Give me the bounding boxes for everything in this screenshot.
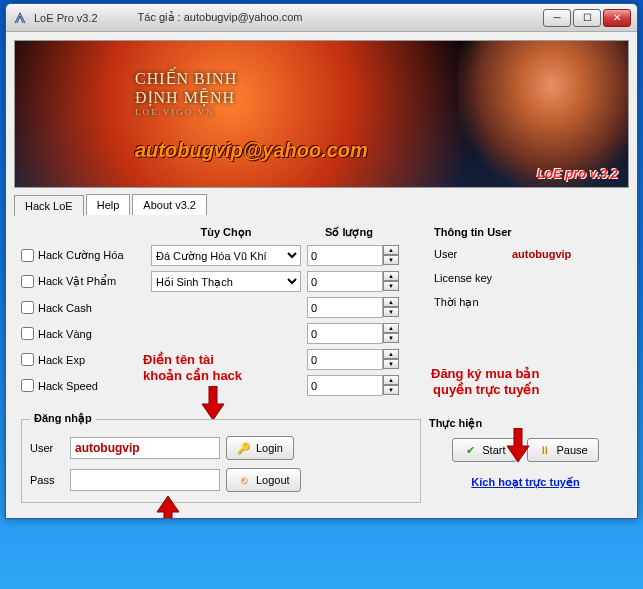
pause-icon: ⏸ bbox=[538, 443, 552, 457]
select-cuong-hoa[interactable]: Đá Cường Hóa Vũ Khí bbox=[151, 245, 301, 266]
tab-about[interactable]: About v3.2 bbox=[132, 194, 207, 215]
check-icon: ✔ bbox=[463, 443, 477, 457]
select-vat-pham[interactable]: Hồi Sinh Thạch bbox=[151, 271, 301, 292]
chk-exp[interactable] bbox=[21, 353, 34, 366]
logout-button[interactable]: ⎋ Logout bbox=[226, 468, 301, 492]
arrow-down-icon bbox=[200, 386, 226, 420]
banner-email: autobugvip@yahoo.com bbox=[135, 139, 368, 162]
tab-help[interactable]: Help bbox=[86, 194, 131, 215]
arrow-up-icon bbox=[155, 496, 181, 519]
app-icon bbox=[12, 10, 28, 26]
header-options: Tùy Chọn bbox=[151, 226, 301, 239]
tab-panel: Tùy Chọn Số lượng Hack Cường Hóa Đá Cườn… bbox=[14, 215, 629, 510]
login-button[interactable]: 🔑 Login bbox=[226, 436, 294, 460]
spin-down-icon[interactable]: ▼ bbox=[383, 255, 399, 265]
spin-up-icon[interactable]: ▲ bbox=[383, 245, 399, 255]
row-vat-pham: Hack Vật Phẩm Hồi Sinh Thạch ▲▼ bbox=[21, 271, 421, 292]
chk-vat-pham[interactable] bbox=[21, 275, 34, 288]
pass-input[interactable] bbox=[70, 469, 220, 491]
qty-cash[interactable] bbox=[307, 297, 383, 318]
maximize-button[interactable]: ☐ bbox=[573, 9, 601, 27]
login-group: Đăng nhập User 🔑 Login Pass bbox=[21, 419, 421, 503]
user-info-header: Thông tin User bbox=[434, 226, 622, 238]
arrow-down-icon bbox=[505, 428, 531, 462]
app-window: LoE Pro v3.2 Tác giả : autobugvip@yahoo.… bbox=[5, 3, 638, 519]
user-input[interactable] bbox=[70, 437, 220, 459]
qty-exp[interactable] bbox=[307, 349, 383, 370]
info-user-value: autobugvip bbox=[512, 248, 571, 260]
window-author: Tác giả : autobugvip@yahoo.com bbox=[138, 11, 543, 24]
banner-version: LoE pro v.3.2 bbox=[537, 166, 618, 181]
chk-speed[interactable] bbox=[21, 379, 34, 392]
banner-logo: CHIẾN BINH ĐỊNH MỆNH LOE.VIGO.VN bbox=[135, 69, 237, 117]
header-quantity: Số lượng bbox=[301, 226, 397, 239]
pause-button[interactable]: ⏸ Pause bbox=[527, 438, 599, 462]
titlebar: LoE Pro v3.2 Tác giả : autobugvip@yahoo.… bbox=[6, 4, 637, 32]
annotation-fill-account: Điền tên tài khoản cần hack bbox=[143, 352, 242, 383]
key-icon: 🔑 bbox=[237, 441, 251, 455]
qty-cuong-hoa[interactable] bbox=[307, 245, 383, 266]
row-cuong-hoa: Hack Cường Hóa Đá Cường Hóa Vũ Khí ▲▼ bbox=[21, 245, 421, 266]
chk-cash[interactable] bbox=[21, 301, 34, 314]
annotation-register: Đăng ký mua bản quyền trực tuyến bbox=[431, 366, 539, 397]
qty-vang[interactable] bbox=[307, 323, 383, 344]
tabstrip: Hack LoE Help About v3.2 bbox=[14, 194, 629, 215]
activate-online-link[interactable]: Kích hoạt trực tuyến bbox=[429, 476, 622, 489]
qty-vat-pham[interactable] bbox=[307, 271, 383, 292]
banner: CHIẾN BINH ĐỊNH MỆNH LOE.VIGO.VN autobug… bbox=[14, 40, 629, 188]
chk-cuong-hoa[interactable] bbox=[21, 249, 34, 262]
login-legend: Đăng nhập bbox=[30, 412, 96, 425]
row-vang: Hack Vàng ▲▼ bbox=[21, 323, 421, 344]
logout-icon: ⎋ bbox=[237, 473, 251, 487]
chk-vang[interactable] bbox=[21, 327, 34, 340]
minimize-button[interactable]: ─ bbox=[543, 9, 571, 27]
tab-hack-loe[interactable]: Hack LoE bbox=[14, 195, 84, 216]
window-title: LoE Pro v3.2 bbox=[34, 12, 98, 24]
row-cash: Hack Cash ▲▼ bbox=[21, 297, 421, 318]
qty-speed[interactable] bbox=[307, 375, 383, 396]
close-button[interactable]: ✕ bbox=[603, 9, 631, 27]
